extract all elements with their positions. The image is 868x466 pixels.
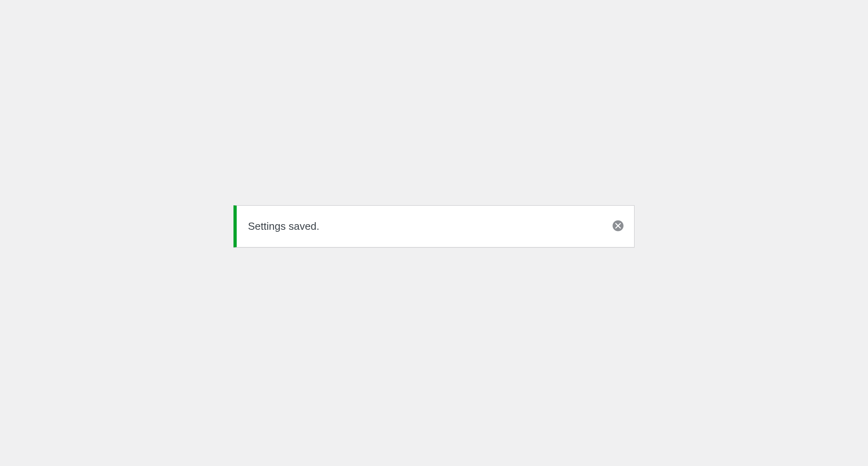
notice-message: Settings saved. — [248, 219, 319, 234]
success-notice: Settings saved. — [233, 205, 635, 247]
dismiss-button[interactable] — [610, 219, 626, 235]
close-icon — [611, 219, 625, 234]
